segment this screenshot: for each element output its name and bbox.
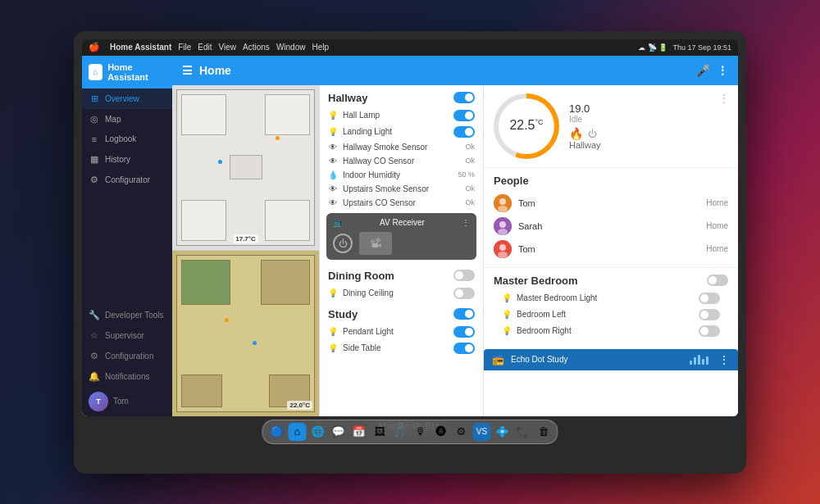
person-status-tom1: Home [706,198,728,207]
menu-actions[interactable]: Actions [243,43,270,52]
menu-window[interactable]: Window [276,43,306,52]
bedroom-title-text: Master Bedroom [494,275,578,287]
mic-icon[interactable]: 🎤 [696,64,710,77]
developer-icon: 🔧 [89,310,100,320]
menu-help[interactable]: Help [312,43,329,52]
master-light-toggle[interactable] [699,293,720,304]
landing-light-row: 💡 Landing Light [320,124,483,140]
upstairs-smoke-icon: 👁 [328,184,338,193]
sidebar-item-notifications[interactable]: 🔔 Notifications [82,366,172,387]
bedroom-right-row: 💡 Bedroom Right [494,323,728,339]
landing-light-toggle[interactable] [453,126,475,138]
mac-dock: 🔵 ⌂ 🌐 💬 📅 🖼 🎵 🎙 🅐 ⚙ VS 💠 📞 🗑 [262,420,558,444]
sidebar-item-supervisor[interactable]: ☆ Supervisor [82,325,172,346]
smoke-sensor-val: Ok [465,143,475,151]
dock-settings[interactable]: ⚙ [453,423,471,441]
av-more-icon[interactable]: ⋮ [462,218,470,227]
hall-lamp-toggle[interactable] [453,110,475,121]
hallway-main-toggle[interactable] [453,92,475,103]
target-value: 19.0 [569,102,590,115]
av-receiver-title: AV Receiver [380,218,425,227]
bedroom-main-toggle[interactable] [707,275,728,286]
dock-podcasts[interactable]: 🎙 [412,423,430,441]
bedroom-right-name: Bedroom Right [517,326,694,335]
dining-room-toggle[interactable] [453,270,475,281]
person-avatar-sarah [494,217,512,235]
study-toggle[interactable] [453,308,475,320]
overview-icon: ⊞ [89,93,100,104]
menu-edit[interactable]: Edit [198,43,212,52]
echo-more-icon[interactable]: ⋮ [718,353,730,366]
dock-appstore[interactable]: 🅐 [432,423,450,441]
upstairs-co-icon: 👁 [328,198,338,207]
more-options-icon[interactable]: ⋮ [717,64,728,77]
configurator-label: Configurator [105,175,150,184]
dock-calendar[interactable]: 📅 [350,423,368,441]
sidebar-item-overview[interactable]: ⊞ Overview [82,89,172,109]
thermostat-circle: 22.5°C [494,93,559,159]
svg-point-8 [498,252,508,258]
bar-5 [706,356,708,365]
clock: Thu 17 Sep 19:51 [672,43,731,52]
content-area: 17.7°C [172,85,738,416]
map-icon: ◎ [89,114,100,125]
supervisor-label: Supervisor [105,331,144,340]
person-name-tom1: Tom [518,198,699,208]
dock-photos[interactable]: 🖼 [371,423,389,441]
menu-view[interactable]: View [219,43,237,52]
history-label: History [105,155,130,164]
sidebar-item-logbook[interactable]: ≡ Logbook [82,129,172,149]
av-power-button[interactable]: ⏻ [333,234,353,253]
side-table-icon: 💡 [328,343,338,352]
av-card-body: ⏻ 📽 [333,232,470,255]
person-name-tom2: Tom [518,244,699,254]
devices-panel: Hallway 💡 Hall Lamp 💡 Landing Light [320,85,484,416]
main-content: ☰ Home 🎤 ⋮ [172,56,738,416]
sidebar: ⌂ Home Assistant ⊞ Overview ◎ Map ≡ Logb… [82,56,172,416]
sidebar-item-history[interactable]: ▦ History [82,149,172,170]
dock-chrome[interactable]: 🌐 [309,423,327,441]
sidebar-item-map[interactable]: ◎ Map [82,109,172,129]
dock-music[interactable]: 🎵 [391,423,409,441]
dock-messages[interactable]: 💬 [330,423,348,441]
dock-discord[interactable]: 💠 [494,423,512,441]
sidebar-item-configuration[interactable]: ⚙ Configuration [82,346,172,366]
floor-bottom-temp: 22.0°C [287,401,312,410]
echo-dot-visualizer [690,355,708,365]
notifications-label: Notifications [105,372,149,381]
hamburger-icon[interactable]: ☰ [182,64,193,77]
history-icon: ▦ [89,154,100,165]
dock-ha[interactable]: ⌂ [289,423,307,441]
svg-point-4 [499,221,506,228]
dock-vscode[interactable]: VS [473,423,491,441]
svg-point-2 [498,206,508,212]
floor-plan-bottom: 22.0°C [172,251,319,416]
sidebar-item-developer[interactable]: 🔧 Developer Tools [82,305,172,325]
echo-dot-bar[interactable]: 📻 Echo Dot Study ⋮ [484,349,738,370]
humidity-name: Indoor Humidity [343,170,453,179]
thermostat-menu[interactable]: ⋮ [718,92,730,105]
sidebar-bottom: 🔧 Developer Tools ☆ Supervisor ⚙ Configu… [82,305,172,416]
dock-skype[interactable]: 📞 [514,423,532,441]
side-table-toggle[interactable] [453,343,475,354]
co-sensor-icon: 👁 [328,157,338,166]
pendant-toggle[interactable] [453,326,475,338]
person-photo-tom1 [494,194,512,212]
hallway-title: Hallway [328,92,367,104]
hall-lamp-name: Hall Lamp [343,111,449,120]
dining-ceiling-toggle[interactable] [453,288,475,299]
menu-file[interactable]: File [178,43,191,52]
sidebar-item-configurator[interactable]: ⚙ Configurator [82,170,172,190]
power-icon[interactable]: ⏻ [588,129,597,138]
sidebar-item-user[interactable]: T Tom [82,387,172,416]
person-avatar-tom2 [494,240,512,258]
menu-items: File Edit View Actions Window Help [178,43,329,52]
dock-trash[interactable]: 🗑 [535,423,553,441]
bedroom-right-toggle[interactable] [699,325,720,337]
dining-ceiling-name: Dining Ceiling [343,288,449,297]
floor-plans: 17.7°C [172,85,320,416]
bedroom-left-toggle[interactable] [699,309,720,320]
dock-finder[interactable]: 🔵 [268,423,286,441]
temp-value: 22.5 [509,119,535,133]
supervisor-icon: ☆ [89,330,100,341]
